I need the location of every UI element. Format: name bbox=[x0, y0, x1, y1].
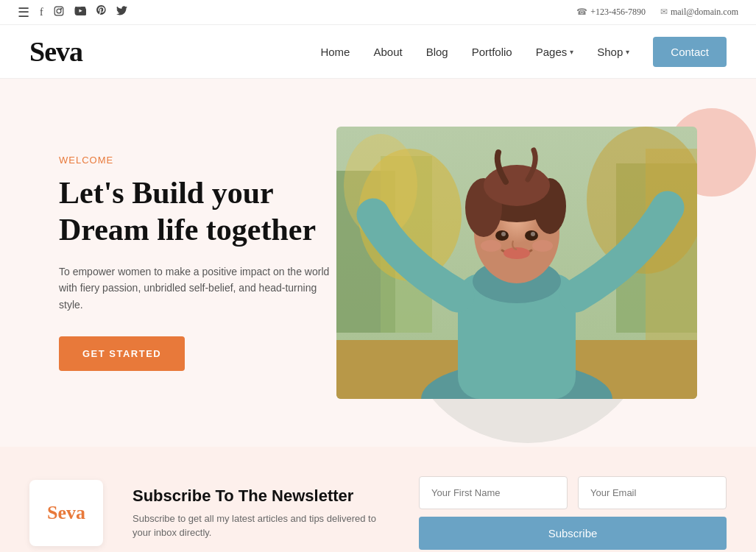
hero-title: Let's Build your Dream life together bbox=[59, 174, 336, 249]
email-info: ✉ mail@domain.com bbox=[660, 7, 738, 18]
newsletter-title: Subscribe To The Newsletter bbox=[133, 486, 389, 506]
header: Seva Home About Blog Portfolio Pages ▾ S… bbox=[0, 25, 756, 79]
phone-number: +123-456-7890 bbox=[590, 7, 646, 18]
newsletter-logo-wrapper: Seva bbox=[29, 480, 103, 546]
first-name-input[interactable] bbox=[419, 476, 568, 509]
youtube-icon[interactable] bbox=[74, 7, 86, 18]
svg-point-23 bbox=[501, 232, 506, 236]
subscribe-button[interactable]: Subscribe bbox=[419, 517, 727, 550]
phone-icon: ☎ bbox=[576, 7, 587, 18]
nav-about[interactable]: About bbox=[373, 46, 402, 58]
nav-portfolio[interactable]: Portfolio bbox=[472, 46, 512, 58]
get-started-button[interactable]: GET STARTED bbox=[59, 336, 185, 371]
contact-button[interactable]: Contact bbox=[653, 37, 727, 67]
facebook-icon[interactable]: f bbox=[40, 7, 43, 18]
newsletter-description: Subscribe to get all my latest articles … bbox=[133, 512, 389, 540]
hero-image-wrapper bbox=[336, 127, 697, 399]
hero-content: Welcome Let's Build your Dream life toge… bbox=[59, 155, 336, 371]
pages-dropdown-arrow: ▾ bbox=[570, 48, 573, 56]
top-bar: ☰ f ☎ +123-456-7890 ✉ mail@domain.com bbox=[0, 0, 756, 25]
pinterest-icon[interactable] bbox=[96, 5, 106, 19]
nav-shop-dropdown[interactable]: Shop ▾ bbox=[597, 46, 629, 58]
nav-blog[interactable]: Blog bbox=[426, 46, 448, 58]
hero-image bbox=[336, 127, 697, 399]
hero-title-line1: Let's Build your bbox=[59, 176, 274, 210]
hero-description: To empower women to make a positive impa… bbox=[59, 263, 336, 313]
top-bar-left: ☰ f bbox=[18, 4, 127, 21]
hero-title-line2: Dream life together bbox=[59, 213, 316, 247]
svg-point-27 bbox=[532, 240, 553, 252]
phone-info: ☎ +123-456-7890 bbox=[576, 7, 646, 18]
email-input[interactable] bbox=[578, 476, 727, 509]
hamburger-icon[interactable]: ☰ bbox=[18, 4, 29, 21]
nav-pages[interactable]: Pages bbox=[536, 46, 568, 58]
svg-point-26 bbox=[481, 240, 501, 252]
svg-point-1 bbox=[57, 9, 61, 13]
site-logo[interactable]: Seva bbox=[29, 35, 82, 68]
newsletter-form: Subscribe bbox=[419, 476, 727, 550]
instagram-icon[interactable] bbox=[54, 6, 64, 19]
newsletter-logo: Seva bbox=[47, 502, 85, 524]
svg-point-2 bbox=[60, 8, 61, 9]
welcome-label: Welcome bbox=[59, 155, 336, 166]
svg-point-20 bbox=[484, 165, 550, 206]
shop-dropdown-arrow: ▾ bbox=[626, 48, 629, 56]
svg-point-24 bbox=[531, 232, 535, 236]
newsletter-content: Subscribe To The Newsletter Subscribe to… bbox=[133, 486, 389, 540]
newsletter-section: Seva Subscribe To The Newsletter Subscri… bbox=[0, 447, 756, 552]
svg-rect-0 bbox=[54, 7, 63, 15]
email-icon: ✉ bbox=[660, 7, 668, 18]
twitter-icon[interactable] bbox=[116, 6, 127, 18]
email-address: mail@domain.com bbox=[671, 7, 738, 18]
hero-section: Welcome Let's Build your Dream life toge… bbox=[0, 79, 756, 447]
main-nav: Home About Blog Portfolio Pages ▾ Shop ▾… bbox=[320, 37, 727, 67]
newsletter-inputs bbox=[419, 476, 727, 509]
nav-pages-dropdown[interactable]: Pages ▾ bbox=[536, 46, 574, 58]
nav-shop[interactable]: Shop bbox=[597, 46, 623, 58]
nav-home[interactable]: Home bbox=[320, 46, 350, 58]
top-bar-right: ☎ +123-456-7890 ✉ mail@domain.com bbox=[576, 7, 738, 18]
